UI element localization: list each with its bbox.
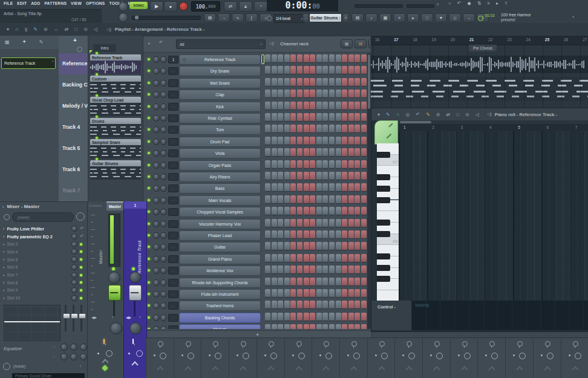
step-cell[interactable]: [354, 66, 360, 74]
step-cell[interactable]: [348, 66, 354, 74]
step-cell[interactable]: [342, 160, 347, 169]
step-cell[interactable]: [354, 313, 360, 321]
mute-bulb[interactable]: [103, 339, 105, 344]
step-cell[interactable]: [265, 278, 270, 286]
step-cell[interactable]: [342, 207, 347, 215]
step-cell[interactable]: [290, 289, 296, 298]
step-cell[interactable]: [272, 113, 277, 122]
chevron-down-icon[interactable]: ▾: [3, 243, 5, 246]
step-cell[interactable]: [316, 148, 322, 157]
step-cell[interactable]: [354, 90, 360, 98]
step-cell[interactable]: [342, 148, 347, 157]
step-cell[interactable]: [348, 313, 354, 321]
step-cell[interactable]: [336, 183, 341, 192]
step-cell[interactable]: [336, 125, 341, 133]
step-cell[interactable]: [265, 183, 270, 192]
channel-enable-led[interactable]: [148, 58, 150, 60]
seek-handle[interactable]: [135, 16, 139, 19]
mixer-strip-8[interactable]: [312, 338, 340, 378]
slot-enable-dot[interactable]: [80, 266, 82, 269]
step-cell[interactable]: [316, 324, 322, 329]
effect-slot-10[interactable]: ▾Slot 10: [0, 294, 86, 302]
step-cell[interactable]: [278, 113, 283, 122]
step-cell[interactable]: [290, 66, 296, 74]
step-cell[interactable]: [310, 172, 315, 180]
step-cell[interactable]: [310, 125, 315, 133]
step-cell[interactable]: [284, 242, 290, 250]
piano-roll-icon[interactable]: ♪: [365, 13, 377, 22]
step-cell[interactable]: [322, 54, 328, 63]
effect-slot-8[interactable]: ▾Slot 8: [0, 279, 86, 287]
step-cell[interactable]: [290, 78, 296, 86]
step-cell[interactable]: [297, 301, 302, 309]
step-cell[interactable]: [322, 195, 328, 204]
step-cell[interactable]: [278, 219, 283, 227]
step-cell[interactable]: [322, 125, 328, 133]
delay-clock-icon[interactable]: [243, 353, 249, 359]
step-cell[interactable]: [329, 90, 335, 98]
step-cell[interactable]: [265, 254, 270, 262]
piano-key-black[interactable]: [377, 152, 390, 158]
select-icon[interactable]: □: [74, 27, 77, 32]
collapse-chevron[interactable]: [157, 366, 163, 373]
step-cell[interactable]: [361, 301, 367, 309]
channel-pan-knob[interactable]: [153, 256, 160, 262]
slice-icon[interactable]: ⇄: [446, 112, 451, 117]
magnet-icon[interactable]: ∩: [396, 112, 400, 117]
channel-pan-knob[interactable]: [153, 126, 160, 133]
step-cell[interactable]: [272, 148, 277, 157]
step-cell[interactable]: [310, 313, 315, 321]
step-cell[interactable]: [342, 313, 347, 321]
step-cell[interactable]: [342, 183, 347, 192]
channel-enable-led[interactable]: [148, 234, 150, 236]
channel-display-box[interactable]: ⋯: [168, 325, 178, 329]
step-cell[interactable]: [322, 254, 328, 262]
brush-icon[interactable]: ✎: [426, 112, 430, 117]
record-dot[interactable]: [237, 354, 238, 356]
piano-key-black[interactable]: [377, 231, 390, 237]
collapse-chevron[interactable]: [350, 366, 357, 373]
step-cell[interactable]: [329, 266, 335, 274]
channel-vol-knob[interactable]: [160, 302, 167, 309]
channel-display-box[interactable]: ⋯: [168, 267, 178, 275]
mixer-icon[interactable]: ≡: [393, 13, 405, 22]
magnet-icon[interactable]: ∩: [15, 27, 19, 32]
step-cell[interactable]: [284, 102, 290, 110]
step-cell[interactable]: [361, 219, 367, 227]
step-cell[interactable]: [361, 113, 367, 122]
step-cell[interactable]: [354, 195, 360, 204]
record-dot[interactable]: [375, 354, 377, 356]
step-cell[interactable]: [322, 90, 328, 98]
slot-enable-dot[interactable]: [80, 274, 82, 276]
effect-slot-1[interactable]: ▾Fruity Love Philter↶: [0, 225, 86, 233]
tools-menu-icon[interactable]: ▸: [496, 1, 498, 6]
channel-enable-led[interactable]: [148, 316, 150, 319]
playhead-marker[interactable]: [90, 50, 93, 53]
step-cell[interactable]: [272, 160, 277, 169]
step-cell[interactable]: [284, 183, 290, 192]
mute-bulb[interactable]: [186, 341, 191, 347]
channel-button[interactable]: Ride Cymbal: [179, 113, 261, 123]
step-cell[interactable]: [265, 160, 270, 169]
step-cell[interactable]: [354, 289, 360, 298]
step-cell[interactable]: [354, 278, 360, 286]
pattern-prev-button[interactable]: -: [302, 13, 309, 22]
step-cell[interactable]: [336, 172, 341, 180]
channel-display-box[interactable]: ⋯: [168, 126, 178, 134]
step-cell[interactable]: [336, 160, 341, 169]
volume-fader[interactable]: [129, 285, 142, 301]
step-cell[interactable]: [329, 242, 335, 250]
step-cell[interactable]: [290, 125, 296, 133]
step-cell[interactable]: [284, 113, 290, 122]
mixer-strip-4[interactable]: [201, 338, 229, 378]
channel-vol-knob[interactable]: [160, 197, 167, 204]
channel-enable-led[interactable]: [148, 223, 150, 225]
step-cell[interactable]: [354, 242, 360, 250]
channel-vol-knob[interactable]: [160, 314, 167, 321]
control-label[interactable]: Control -: [377, 304, 396, 310]
keyboard-editor-icon[interactable]: III: [354, 39, 367, 48]
dropdown-icon[interactable]: ▾: [7, 27, 9, 32]
step-cell[interactable]: [284, 301, 290, 309]
step-cell[interactable]: [342, 137, 347, 145]
step-cell[interactable]: [290, 242, 296, 250]
